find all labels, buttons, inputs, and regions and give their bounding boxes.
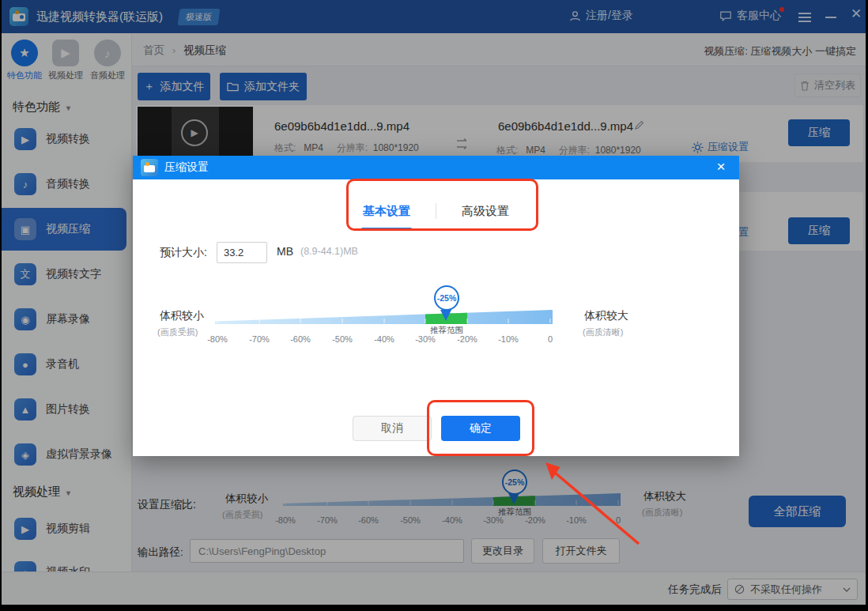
cancel-button[interactable]: 取消 <box>353 416 432 441</box>
tab-advanced-settings[interactable]: 高级设置 <box>460 199 511 224</box>
app-logo-icon <box>141 159 158 176</box>
dialog-header: 压缩设置 × <box>133 156 739 179</box>
estimated-size-input[interactable] <box>217 242 267 263</box>
dialog-title: 压缩设置 <box>164 160 209 175</box>
tab-divider <box>436 203 436 219</box>
size-range: (8.9-44.1)MB <box>300 246 358 257</box>
slider-tick-labels: -80% -70% -60% -50% -40% -30% -20% -10% … <box>215 334 553 345</box>
slider-left-sublabel: (画质受损) <box>157 326 198 338</box>
slider-left-label: 体积较小 <box>160 309 204 323</box>
compress-settings-dialog: 压缩设置 × 基本设置 高级设置 预计大小: MB (8.9-44.1)MB 体… <box>133 156 739 456</box>
dialog-tabs: 基本设置 高级设置 <box>133 191 739 231</box>
slider-marker-pin[interactable] <box>440 310 451 321</box>
screen: 迅捷视频转换器(联运版) 极速版 注册/登录 客服中心 ✕ ★ 特色功能 ▶ 视… <box>0 0 868 611</box>
dialog-close-button[interactable]: × <box>712 158 730 177</box>
ok-button[interactable]: 确定 <box>441 416 520 441</box>
compression-slider-track[interactable] <box>215 308 553 324</box>
size-unit: MB <box>277 245 293 258</box>
slider-right-label: 体积较大 <box>584 309 628 323</box>
estimated-size-label: 预计大小: <box>160 246 207 260</box>
slider-right-sublabel: (画质清晰) <box>583 326 623 338</box>
tab-basic-settings[interactable]: 基本设置 <box>361 199 412 224</box>
slider-marker[interactable]: -25% <box>434 285 459 311</box>
close-icon: × <box>716 158 725 175</box>
app-window: 迅捷视频转换器(联运版) 极速版 注册/登录 客服中心 ✕ ★ 特色功能 ▶ 视… <box>2 0 866 605</box>
